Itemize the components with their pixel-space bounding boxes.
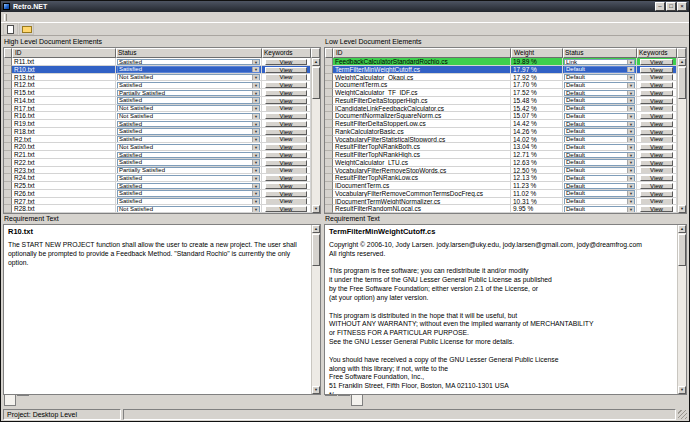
status-dropdown[interactable]: Default ▼ — [564, 121, 635, 128]
chevron-down-icon[interactable]: ▼ — [627, 199, 634, 204]
chevron-down-icon[interactable]: ▼ — [252, 191, 259, 196]
chevron-down-icon[interactable]: ▼ — [252, 75, 259, 80]
weight-cell[interactable]: 9.95 % — [511, 205, 563, 213]
weight-cell[interactable]: 11.23 % — [511, 182, 563, 190]
row-header[interactable]: ▶ — [4, 151, 12, 159]
view-button[interactable]: View — [640, 59, 673, 65]
status-dropdown[interactable]: Satisfied ▼ — [117, 82, 260, 89]
requirement-id-cell[interactable]: R11.txt — [12, 58, 116, 66]
view-button[interactable]: View — [265, 152, 307, 158]
status-dropdown[interactable]: Not Satisfied ▼ — [117, 105, 260, 112]
document-content[interactable]: TermFilterMinWeightCutoff.cs Copyright ©… — [325, 225, 677, 394]
element-id-cell[interactable]: ResultFilterTopNRankLow.cs — [333, 174, 511, 182]
table-row[interactable]: ▶ VocabularyFilterRemoveStopWords.cs 12.… — [325, 167, 677, 175]
view-button[interactable]: View — [265, 136, 307, 142]
chevron-down-icon[interactable]: ▼ — [252, 91, 259, 96]
element-id-cell[interactable]: TermFilterMinWeightCutoff.cs — [333, 66, 511, 74]
row-header[interactable]: ▶ — [4, 174, 12, 182]
chevron-down-icon[interactable]: ▼ — [627, 83, 634, 88]
weight-cell[interactable]: 15.48 % — [511, 97, 563, 105]
column-header-weight[interactable]: Weight — [511, 48, 563, 58]
scroll-up-icon[interactable]: ▲ — [678, 58, 686, 66]
table-row[interactable]: ▶ R23.txt Partially Satisfied ▼ View — [4, 167, 311, 175]
row-header[interactable]: ▶ — [325, 167, 333, 175]
row-header[interactable]: ▶ — [4, 105, 12, 113]
element-id-cell[interactable]: ResultFilterDeltaStopperLow.cs — [333, 120, 511, 128]
chevron-down-icon[interactable]: ▼ — [627, 129, 634, 134]
column-header-status[interactable]: Status — [563, 48, 637, 58]
table-row[interactable]: ▶ TermFilterMinWeightCutoff.cs 17.97 % D… — [325, 66, 677, 74]
view-button[interactable]: View — [265, 59, 307, 65]
view-button[interactable]: View — [265, 98, 307, 104]
row-header[interactable]: ▶ — [4, 190, 12, 198]
chevron-down-icon[interactable]: ▼ — [627, 191, 634, 196]
open-project-icon[interactable] — [19, 23, 34, 35]
row-header[interactable]: ▶ — [4, 74, 12, 82]
status-dropdown[interactable]: Not Satisfied ▼ — [117, 206, 260, 213]
status-dropdown[interactable]: Satisfied ▼ — [117, 66, 260, 73]
status-dropdown[interactable]: Satisfied ▼ — [117, 159, 260, 166]
row-header[interactable]: ▶ — [325, 190, 333, 198]
weight-cell[interactable]: 12.63 % — [511, 159, 563, 167]
requirement-id-cell[interactable]: R18.txt — [12, 128, 116, 136]
row-header[interactable]: ▶ — [325, 105, 333, 113]
chevron-down-icon[interactable]: ▼ — [627, 106, 634, 111]
table-row[interactable]: ▶ ResultFilterTopNRankHigh.cs 12.71 % De… — [325, 151, 677, 159]
row-header[interactable]: ▶ — [4, 182, 12, 190]
row-header[interactable]: ▶ — [325, 97, 333, 105]
chevron-down-icon[interactable]: ▼ — [627, 114, 634, 119]
element-id-cell[interactable]: WeightCalculator_LTU.cs — [333, 159, 511, 167]
table-row[interactable]: ▶ R15.txt Partially Satisfied ▼ View — [4, 89, 311, 97]
row-header[interactable]: ▶ — [325, 58, 333, 66]
row-header[interactable]: ▶ — [4, 112, 12, 120]
row-header[interactable]: ▶ — [325, 174, 333, 182]
weight-cell[interactable]: 11.02 % — [511, 190, 563, 198]
table-row[interactable]: ▶ R13.txt Not Satisfied ▼ View — [4, 74, 311, 82]
table-row[interactable]: ▶ R25.txt Satisfied ▼ View — [4, 182, 311, 190]
table-row[interactable]: ▶ DocumentNormalizerSquareNorm.cs 15.07 … — [325, 112, 677, 120]
status-dropdown[interactable]: Default ▼ — [564, 74, 635, 81]
status-dropdown[interactable]: Partially Satisfied ▼ — [117, 90, 260, 97]
table-row[interactable]: ▶ WeightCalculator_Okapi.cs 17.92 % Defa… — [325, 74, 677, 82]
chevron-down-icon[interactable]: ▼ — [252, 160, 259, 165]
element-id-cell[interactable]: IDocumentTermWeightNormalizer.cs — [333, 198, 511, 206]
element-id-cell[interactable]: DocumentTerm.cs — [333, 81, 511, 89]
weight-cell[interactable]: 17.97 % — [511, 66, 563, 74]
table-row[interactable]: ▶ IDocumentTermWeightNormalizer.cs 10.31… — [325, 198, 677, 206]
view-button[interactable]: View — [640, 121, 673, 127]
document-content[interactable]: R10.txt The START NEW PROJECT function s… — [4, 225, 311, 394]
row-header[interactable]: ▶ — [4, 136, 12, 144]
row-header[interactable]: ▶ — [325, 66, 333, 74]
table-scrollbar[interactable]: ▲ ▼ — [311, 58, 320, 213]
view-button[interactable]: View — [265, 175, 307, 181]
status-dropdown[interactable]: Satisfied ▼ — [117, 183, 260, 190]
status-dropdown[interactable]: Default ▼ — [564, 113, 635, 120]
status-dropdown[interactable]: Satisfied ▼ — [117, 190, 260, 197]
chevron-down-icon[interactable]: ▼ — [252, 98, 259, 103]
row-header[interactable]: ▶ — [4, 97, 12, 105]
table-scrollbar[interactable]: ▲ ▼ — [677, 58, 686, 213]
row-header[interactable]: ▶ — [325, 136, 333, 144]
scroll-down-icon[interactable]: ▼ — [678, 205, 686, 213]
view-button[interactable]: View — [640, 136, 673, 142]
chevron-down-icon[interactable]: ▼ — [252, 122, 259, 127]
row-header[interactable]: ▶ — [325, 198, 333, 206]
status-dropdown[interactable]: Default ▼ — [564, 82, 635, 89]
table-row[interactable]: ▶ ResultFilterDeltaStopperHigh.cs 15.48 … — [325, 97, 677, 105]
status-dropdown[interactable]: Satisfied ▼ — [117, 152, 260, 159]
status-dropdown[interactable]: Default ▼ — [564, 128, 635, 135]
table-row[interactable]: ▶ R27.txt Satisfied ▼ View — [4, 198, 311, 206]
table-row[interactable]: ▶ R22.txt Satisfied ▼ View — [4, 159, 311, 167]
view-button[interactable]: View — [265, 144, 307, 150]
requirement-id-cell[interactable]: R23.txt — [12, 167, 116, 175]
chevron-down-icon[interactable]: ▼ — [252, 199, 259, 204]
status-dropdown[interactable]: Satisfied ▼ — [117, 97, 260, 104]
element-id-cell[interactable]: ResultFilterTopNRankHigh.cs — [333, 151, 511, 159]
status-dropdown[interactable]: Default ▼ — [564, 206, 635, 213]
chevron-down-icon[interactable]: ▼ — [627, 98, 634, 103]
view-button[interactable]: View — [640, 160, 673, 166]
status-dropdown[interactable]: Satisfied ▼ — [117, 128, 260, 135]
view-button[interactable]: View — [265, 167, 307, 173]
view-button[interactable]: View — [640, 198, 673, 204]
view-button[interactable]: View — [265, 183, 307, 189]
